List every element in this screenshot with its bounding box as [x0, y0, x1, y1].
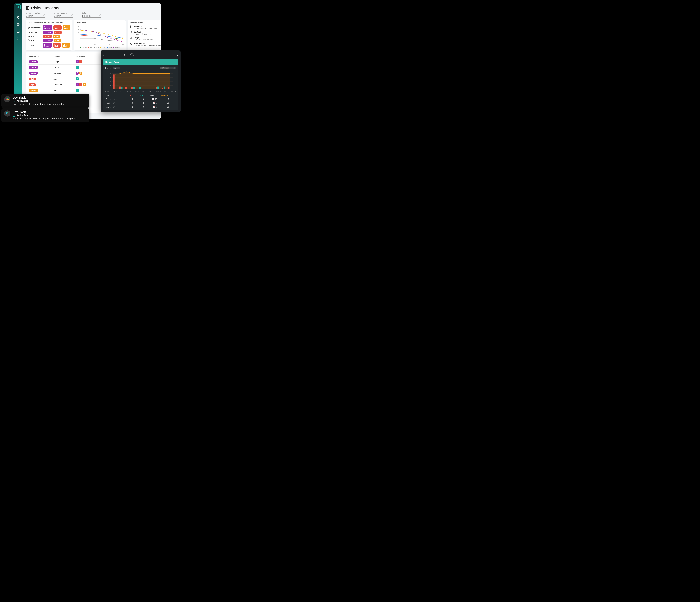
dark-table-row[interactable]: Feb 13, 2023 15 0 📈 15 15	[105, 97, 176, 101]
secrets-trend-table: DateOpenedClosedTrendTotal Open Feb 13, …	[105, 94, 176, 109]
table-header[interactable]: Product	[53, 54, 75, 59]
svg-point-46	[108, 37, 108, 38]
svg-point-34	[108, 40, 108, 41]
product-tag[interactable]: Wasabi	[113, 67, 120, 69]
table-header[interactable]: Importance	[28, 54, 53, 59]
svg-rect-49	[131, 31, 131, 32]
legend-item: Daisy	[107, 47, 112, 48]
svg-text:1-FEB: 1-FEB	[93, 44, 96, 45]
type-label: Type	[130, 52, 178, 54]
svg-rect-52	[131, 32, 132, 33]
severity-pill[interactable]: 1 Critical	[43, 39, 53, 42]
svg-point-43	[122, 37, 123, 38]
filter-1[interactable]: Minimum Severity Medium	[54, 12, 73, 18]
svg-rect-7	[27, 8, 27, 9]
slack-toast-1[interactable]: Dev Slack aArnica Bot Code risk detected…	[1, 94, 89, 108]
dark-table-row[interactable]: Feb 24, 2023 3 2 📈 1 16	[105, 101, 176, 105]
severity-pill[interactable]: 12 Med	[62, 43, 70, 48]
importance-badge: Critical	[29, 66, 38, 69]
severity-pill[interactable]: 24 High	[43, 35, 52, 38]
recent-activity-card: Recent Activity Mitigations2 permissions…	[128, 20, 161, 50]
activity-item[interactable]: Risks Blocked21 Risks blocked in feature…	[130, 43, 161, 47]
dark-table-header: Opened	[126, 94, 139, 97]
svg-rect-74	[155, 87, 157, 90]
svg-rect-1	[17, 23, 19, 25]
product-cell: Calendula	[53, 82, 75, 87]
svg-text:8: 8	[110, 81, 111, 82]
severity-pill[interactable]: 3 High	[53, 43, 60, 48]
severity-pill[interactable]: 17 High	[53, 25, 62, 30]
severity-pill[interactable]: 2 Critical	[43, 31, 53, 34]
activity-item[interactable]: Notifications34 Slack notifications sent	[130, 31, 161, 35]
repo-search[interactable]: Repo 1	[103, 54, 125, 57]
svg-rect-55	[131, 33, 132, 33]
severity-pill[interactable]: 6 Med	[63, 25, 70, 30]
chevron-down-icon: ▾	[177, 54, 178, 56]
severity-pill[interactable]: 8 Med	[53, 35, 60, 38]
svg-rect-76	[162, 89, 164, 90]
breakdown-label: SAST	[28, 35, 42, 37]
toast-message: Code risk detected on push event. Action…	[12, 103, 65, 105]
legend-item: Acai	[88, 47, 93, 48]
svg-rect-6	[28, 7, 29, 8]
filter-2[interactable]: Status In Progress	[82, 12, 101, 18]
svg-marker-66	[115, 72, 170, 90]
svg-text:1-APR: 1-APR	[121, 44, 124, 45]
svg-point-10	[72, 15, 73, 16]
users-key-icon[interactable]	[17, 37, 20, 40]
svg-text:1-JAN: 1-JAN	[78, 44, 81, 45]
severity-pill[interactable]: 4 Critical	[43, 25, 52, 30]
search-icon	[71, 14, 73, 17]
svg-rect-70	[125, 87, 127, 90]
logo-icon: a	[16, 4, 21, 9]
breakdown-row: SAST 24 High8 Med	[28, 35, 70, 38]
svg-rect-53	[130, 33, 130, 33]
search-icon	[99, 14, 101, 17]
svg-rect-51	[130, 32, 130, 33]
svg-point-11	[100, 15, 101, 16]
svg-rect-50	[131, 31, 132, 32]
dark-table-row[interactable]: Mar 02, 2023 2 0 📈 2 18	[105, 105, 176, 109]
svg-rect-54	[131, 33, 131, 33]
svg-rect-8	[28, 8, 29, 9]
svg-rect-69	[121, 87, 123, 90]
importance-badge: Critical	[29, 72, 38, 75]
activity-item[interactable]: Triage7 risks dismissed by devs	[130, 37, 161, 41]
svg-point-56	[124, 54, 125, 56]
count-badge: 4	[76, 60, 79, 63]
svg-point-38	[108, 34, 108, 34]
table-header[interactable]: Permissions	[75, 54, 101, 59]
secrets-trend-title: Secrets Trend	[103, 59, 178, 65]
filter-0[interactable]: Minimum Importance Medium	[26, 12, 45, 18]
severity-pill[interactable]: 8 High	[54, 31, 62, 34]
svg-point-41	[94, 35, 94, 35]
product-cell: Clover	[53, 65, 75, 70]
calendar-icon[interactable]	[17, 23, 20, 26]
severity-pill[interactable]: 9 Critical	[43, 43, 52, 48]
type-select[interactable]: Secrets ▾	[130, 54, 178, 57]
shield-home-icon[interactable]	[17, 16, 20, 19]
breakdown-label: Secrets	[28, 31, 42, 33]
activity-item[interactable]: Mitigations2 permissions, 4 secrets miti…	[130, 25, 161, 29]
status-check	[76, 66, 79, 69]
svg-rect-67	[113, 74, 115, 90]
svg-rect-68	[119, 86, 121, 90]
svg-point-45	[94, 31, 94, 32]
svg-text:1-MAR: 1-MAR	[106, 44, 110, 45]
svg-point-2	[17, 37, 18, 39]
count-badge: 2	[76, 83, 79, 86]
toast-title: Dev Slack	[12, 96, 65, 99]
slack-toast-2[interactable]: Dev Slack aArnica Bot Hardcoded secret d…	[1, 108, 89, 122]
svg-rect-71	[131, 87, 133, 90]
chart-mode-toggle[interactable]: OVERLAY BURN	[160, 67, 176, 69]
dark-table-header: Closed	[138, 94, 149, 97]
storage-icon[interactable]	[17, 30, 20, 33]
count-badge: 8	[79, 72, 82, 75]
svg-point-57	[130, 54, 131, 55]
severity-pill[interactable]: 3 Med	[54, 39, 61, 42]
legend-item: Lavendar	[113, 47, 120, 48]
status-check	[76, 89, 79, 92]
count-badge: 8	[83, 83, 86, 86]
breakdown-row: Permissions 4 Critical17 High6 Med	[28, 25, 70, 30]
secrets-type-icon	[130, 54, 132, 56]
